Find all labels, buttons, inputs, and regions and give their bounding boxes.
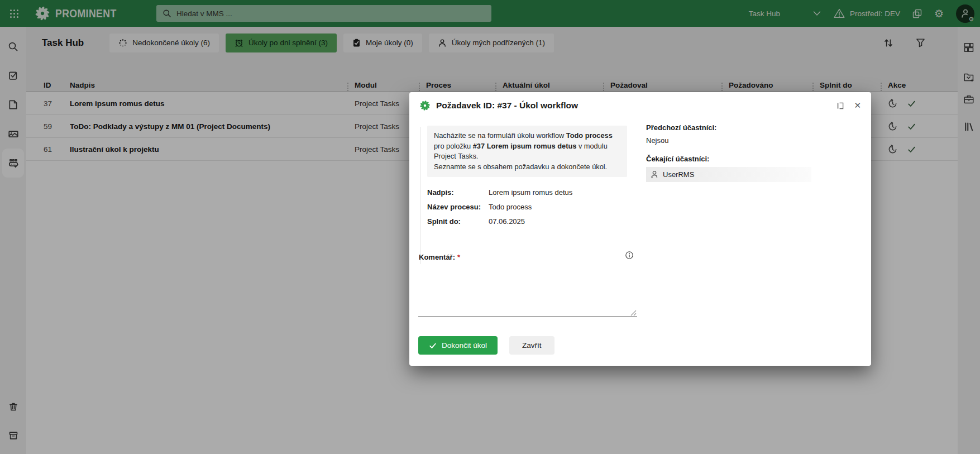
comment-textarea[interactable]	[418, 264, 637, 317]
field-row: Nadpis: Lorem ipsum romus detus	[427, 188, 572, 197]
field-label: Název procesu:	[427, 203, 489, 211]
dialog-header: Požadavek ID: #37 - Úkol workflow ✕	[409, 92, 871, 119]
field-value: Todo process	[489, 203, 532, 211]
waiting-participant-item: UserRMS	[646, 167, 811, 182]
dialog-title: Požadavek ID: #37 - Úkol workflow	[436, 101, 830, 111]
waiting-participants-label: Čekající účastníci:	[646, 155, 811, 163]
complete-task-button[interactable]: Dokončit úkol	[418, 336, 498, 355]
field-row: Název procesu: Todo process	[427, 203, 572, 211]
previous-participants-label: Předchozí účastníci:	[646, 123, 811, 132]
user-status-icon	[649, 170, 659, 179]
workflow-info-text2: Seznamte se s obsahem požadavku a dokonč…	[434, 162, 620, 173]
participants-panel: Předchozí účastníci: Nejsou Čekající úča…	[646, 123, 811, 182]
info-icon[interactable]	[625, 251, 634, 260]
dialog-buttons: Dokončit úkol Zavřít	[418, 336, 554, 355]
field-value: Lorem ipsum romus detus	[489, 188, 572, 197]
required-asterisk: *	[457, 253, 460, 261]
task-fields: Nadpis: Lorem ipsum romus detus Název pr…	[427, 188, 572, 232]
previous-participants-value: Nejsou	[646, 136, 811, 145]
field-value: 07.06.2025	[489, 217, 525, 226]
close-icon[interactable]: ✕	[854, 101, 861, 111]
dialog-header-icons: ✕	[836, 101, 861, 111]
comment-label: Komentář:*	[419, 253, 460, 261]
workflow-info-box: Nacházíte se na formuláři úkolu workflow…	[427, 126, 627, 177]
close-dialog-button[interactable]: Zavřít	[509, 336, 554, 355]
check-icon	[429, 342, 437, 350]
dock-panel-icon[interactable]	[836, 102, 844, 110]
field-label: Nadpis:	[427, 188, 489, 197]
task-workflow-dialog: Požadavek ID: #37 - Úkol workflow ✕ Nach…	[409, 92, 871, 366]
field-row: Splnit do: 07.06.2025	[427, 217, 572, 226]
field-label: Splnit do:	[427, 217, 489, 226]
participant-name: UserRMS	[663, 170, 694, 179]
workflow-info-text: Nacházíte se na formuláři úkolu workflow…	[434, 131, 620, 162]
pinwheel-logo-icon	[419, 100, 431, 111]
